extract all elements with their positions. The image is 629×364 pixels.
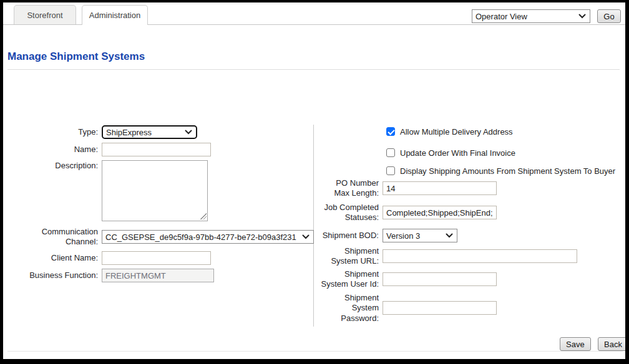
tab-administration[interactable]: Administration bbox=[82, 5, 148, 25]
po-number-max-length-label: PO Number Max Length: bbox=[319, 178, 379, 199]
page: Storefront Administration Operator View … bbox=[3, 2, 625, 359]
shipment-system-user-id-label: Shipment System User Id: bbox=[319, 269, 379, 290]
shipment-system-user-id-input[interactable] bbox=[383, 272, 497, 286]
shipment-system-password-input[interactable] bbox=[383, 301, 497, 315]
business-function-input bbox=[102, 269, 214, 282]
screenshot-frame: Storefront Administration Operator View … bbox=[0, 0, 629, 364]
business-function-label: Business Function: bbox=[4, 271, 98, 280]
shipment-system-password-row: Shipment System Password: bbox=[383, 301, 497, 315]
po-number-max-length-row: PO Number Max Length: bbox=[383, 181, 497, 195]
client-name-row: Client Name: bbox=[102, 251, 211, 265]
display-shipping-amounts-checkbox[interactable] bbox=[386, 166, 395, 175]
footer-divider bbox=[7, 351, 623, 352]
go-button[interactable]: Go bbox=[597, 9, 621, 23]
tab-administration-label: Administration bbox=[89, 11, 140, 20]
save-button[interactable]: Save bbox=[560, 337, 591, 351]
shipment-system-url-input[interactable] bbox=[383, 249, 577, 263]
shipment-system-url-row: Shipment System URL: bbox=[383, 249, 577, 263]
tab-storefront-label: Storefront bbox=[27, 11, 62, 20]
name-label: Name: bbox=[4, 145, 98, 155]
update-order-final-invoice-checkbox[interactable] bbox=[386, 148, 395, 157]
allow-multiple-delivery-checkbox[interactable] bbox=[386, 127, 395, 136]
type-select-control[interactable]: ShipExpress bbox=[103, 127, 196, 138]
shipment-system-url-label: Shipment System URL: bbox=[319, 246, 379, 267]
communication-channel-label: Communication Channel: bbox=[4, 227, 98, 247]
job-completed-statuses-row: Job Completed Statuses: bbox=[383, 206, 497, 219]
shipment-bod-row: Shipment BOD: Version 3 bbox=[383, 229, 457, 242]
operator-view-select[interactable]: Operator View bbox=[472, 9, 590, 23]
job-completed-statuses-input[interactable] bbox=[383, 206, 497, 219]
client-name-input[interactable] bbox=[102, 251, 211, 265]
job-completed-statuses-label: Job Completed Statuses: bbox=[319, 203, 379, 223]
description-textarea[interactable] bbox=[102, 160, 208, 221]
allow-multiple-delivery-row: Allow Multiple Delivery Address bbox=[386, 127, 513, 136]
update-order-final-invoice-row: Update Order With Final Invoice bbox=[386, 148, 515, 158]
tab-storefront[interactable]: Storefront bbox=[14, 5, 76, 24]
shipment-bod-select[interactable]: Version 3 bbox=[383, 229, 457, 242]
allow-multiple-delivery-label: Allow Multiple Delivery Address bbox=[400, 127, 513, 136]
shipment-bod-select-control[interactable]: Version 3 bbox=[383, 229, 457, 242]
back-button[interactable]: Back bbox=[598, 337, 625, 351]
client-name-label: Client Name: bbox=[4, 253, 98, 263]
display-shipping-amounts-label: Display Shipping Amounts From Shipment S… bbox=[400, 166, 615, 176]
display-shipping-amounts-row: Display Shipping Amounts From Shipment S… bbox=[386, 166, 615, 176]
view-selector-row: Operator View bbox=[472, 9, 590, 23]
update-order-final-invoice-label: Update Order With Final Invoice bbox=[400, 148, 515, 158]
column-divider bbox=[313, 125, 314, 327]
communication-channel-select[interactable]: CC_GSEPSE_de9c5f9a-97bb-4277-be72-b09a3f… bbox=[102, 230, 314, 244]
shipment-bod-label: Shipment BOD: bbox=[319, 231, 379, 241]
page-title: Manage Shipment Systems bbox=[7, 50, 145, 63]
name-row: Name: bbox=[102, 143, 211, 156]
po-number-max-length-input[interactable] bbox=[383, 181, 497, 195]
name-input[interactable] bbox=[102, 143, 211, 156]
description-label: Description: bbox=[4, 161, 98, 171]
type-row: Type: ShipExpress bbox=[102, 125, 197, 139]
communication-channel-row: Communication Channel: CC_GSEPSE_de9c5f9… bbox=[102, 230, 314, 244]
communication-channel-select-control[interactable]: CC_GSEPSE_de9c5f9a-97bb-4277-be72-b09a3f… bbox=[102, 231, 313, 243]
business-function-row: Business Function: bbox=[102, 269, 214, 282]
type-select[interactable]: ShipExpress bbox=[102, 125, 197, 139]
type-label: Type: bbox=[4, 127, 98, 137]
shipment-system-password-label: Shipment System Password: bbox=[319, 293, 379, 323]
description-row: Description: bbox=[102, 160, 208, 221]
shipment-system-user-id-row: Shipment System User Id: bbox=[383, 272, 497, 286]
operator-view-select-control[interactable]: Operator View bbox=[472, 10, 590, 22]
title-divider bbox=[7, 69, 620, 70]
